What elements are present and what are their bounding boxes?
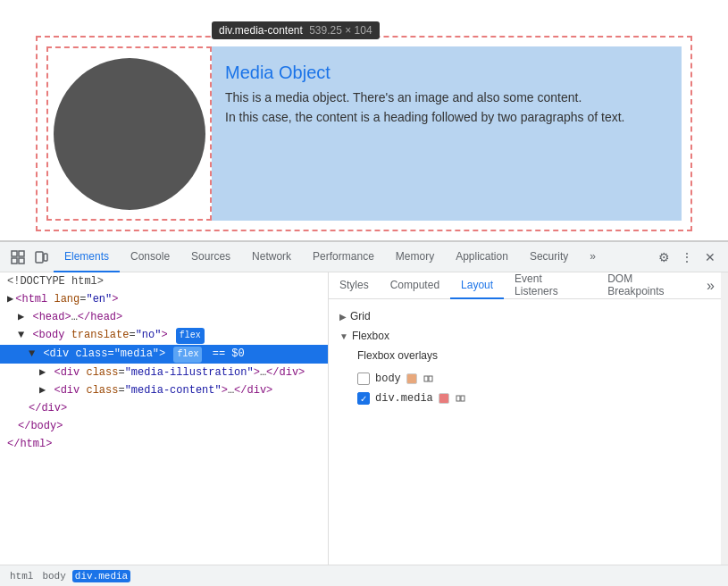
- flex-badge-media: flex: [173, 347, 202, 363]
- circle-image: [54, 58, 205, 210]
- flexbox-section-title: Flexbox: [352, 330, 389, 342]
- svg-rect-4: [36, 252, 43, 263]
- svg-rect-0: [12, 251, 17, 256]
- html-line-div-media[interactable]: ▼ <div class="media"> flex == $0: [0, 345, 328, 364]
- flexbox-arrow-icon: ▼: [339, 331, 348, 341]
- tag-body: <body: [32, 329, 64, 341]
- tab-elements[interactable]: Elements: [54, 242, 120, 272]
- svg-rect-1: [19, 251, 24, 256]
- body-overlay-icon-btn[interactable]: [423, 372, 437, 386]
- attr-translate-value: "no": [136, 329, 162, 341]
- tab-performance[interactable]: Performance: [302, 242, 385, 272]
- tag-div-cnt: <div: [54, 384, 79, 397]
- div-media-overlay-checkbox[interactable]: [357, 392, 370, 405]
- close-devtools-button[interactable]: ✕: [699, 247, 721, 268]
- elements-panel: <!DOCTYPE html> ▶<html lang="en"> ▶ <hea…: [0, 272, 329, 565]
- html-line-content[interactable]: ▶ <div class="media-content">…</div>: [0, 381, 328, 399]
- arrow-icon: ▼: [18, 329, 24, 341]
- div-media-overlay-icon-btn[interactable]: [455, 391, 469, 406]
- tab-more[interactable]: »: [579, 242, 607, 272]
- tag-head-close: </head>: [78, 311, 122, 323]
- tag-body-gt: >: [161, 329, 167, 341]
- element-tooltip: div.media-content 539.25 × 104: [212, 21, 380, 39]
- tag-html: <html: [15, 293, 47, 306]
- toolbar-right: ⚙ ⋮ ✕: [653, 247, 721, 268]
- tag-gt2: >: [222, 384, 228, 397]
- tab-security[interactable]: Security: [519, 242, 579, 272]
- svg-rect-5: [44, 254, 47, 261]
- svg-rect-6: [424, 376, 428, 381]
- tag-html-close: >: [112, 293, 118, 306]
- styles-panel: Styles Computed Layout Event Listeners D…: [329, 272, 721, 565]
- arrow-icon: ▼: [29, 347, 35, 360]
- devtools-tabs: Elements Console Sources Network Perform…: [54, 242, 607, 272]
- div-media-color-swatch[interactable]: [439, 393, 449, 404]
- head-ellipsis: …: [71, 311, 78, 323]
- flexbox-overlays-section: Flexbox overlays body: [336, 346, 714, 415]
- media-heading: Media Object: [225, 63, 668, 83]
- doctype-text: <!DOCTYPE html>: [7, 275, 104, 288]
- devtools-scrollbar[interactable]: [721, 272, 728, 565]
- tab-sources[interactable]: Sources: [180, 242, 241, 272]
- devtools-body: <!DOCTYPE html> ▶<html lang="en"> ▶ <hea…: [0, 272, 728, 565]
- secondary-tabs: Styles Computed Layout Event Listeners D…: [329, 272, 721, 299]
- attr-class-ill: class: [86, 366, 118, 379]
- breadcrumb-bar: html body div.media: [0, 565, 728, 586]
- html-line-html[interactable]: ▶<html lang="en">: [0, 290, 328, 308]
- breadcrumb-div-media[interactable]: div.media: [72, 570, 130, 582]
- tab-application[interactable]: Application: [445, 242, 519, 272]
- grid-section-title: Grid: [350, 310, 371, 322]
- tooltip-size: 539.25 × 104: [309, 24, 372, 37]
- tag-html-close2: </html>: [7, 438, 52, 450]
- equals-sign: == $0: [205, 347, 244, 360]
- tab-styles[interactable]: Styles: [329, 272, 380, 299]
- tab-event-listeners[interactable]: Event Listeners: [504, 272, 597, 299]
- tab-dom-breakpoints[interactable]: DOM Breakpoints: [597, 272, 700, 299]
- inspect-element-button[interactable]: [7, 247, 29, 268]
- tab-memory[interactable]: Memory: [385, 242, 445, 272]
- overlay-row-div-media: div.media: [343, 389, 707, 408]
- arrow-icon: ▶: [7, 293, 13, 306]
- html-line-html-close: </html>: [0, 435, 328, 453]
- devtools-toolbar: Elements Console Sources Network Perform…: [0, 242, 728, 272]
- body-color-swatch[interactable]: [406, 373, 417, 384]
- tag-gt: >: [254, 366, 260, 379]
- media-text-1: This is a media object. There's an image…: [225, 90, 668, 105]
- svg-rect-2: [12, 258, 17, 264]
- breadcrumb-body[interactable]: body: [39, 570, 68, 582]
- tag-body-close: </body>: [18, 420, 63, 432]
- flex-badge-body: flex: [176, 328, 205, 344]
- tag-div-gt: >: [159, 347, 165, 360]
- tab-layout[interactable]: Layout: [450, 272, 504, 299]
- tab-computed[interactable]: Computed: [380, 272, 450, 299]
- body-overlay-checkbox[interactable]: [357, 373, 370, 385]
- attr-translate: translate: [71, 329, 130, 341]
- media-object-container: div.media-content 539.25 × 104 Media Obj…: [36, 36, 692, 231]
- settings-button[interactable]: ⚙: [653, 247, 674, 268]
- html-line-body[interactable]: ▼ <body translate="no"> flex: [0, 326, 328, 345]
- more-options-button[interactable]: ⋮: [676, 247, 698, 268]
- secondary-more-button[interactable]: »: [700, 272, 721, 299]
- tab-network[interactable]: Network: [241, 242, 302, 272]
- breadcrumb-html[interactable]: html: [7, 570, 36, 582]
- flexbox-overlays-title: Flexbox overlays: [343, 349, 707, 362]
- flexbox-section-header[interactable]: ▼ Flexbox: [336, 326, 714, 346]
- tag-close-cnt: </div>: [234, 384, 272, 397]
- html-line-doctype: <!DOCTYPE html>: [0, 272, 328, 290]
- html-line-body-close: </body>: [0, 417, 328, 435]
- html-line-illustration[interactable]: ▶ <div class="media-illustration">…</div…: [0, 364, 328, 381]
- html-line-div-close: </div>: [0, 399, 328, 417]
- body-overlay-label: body: [375, 373, 401, 385]
- grid-arrow-icon: ▶: [339, 312, 347, 322]
- attr-lang-value: "en": [86, 293, 112, 306]
- arrow-icon: ▶: [39, 384, 46, 397]
- device-toolbar-button[interactable]: [30, 247, 52, 268]
- attr-class-ill-val: "media-illustration": [125, 366, 254, 379]
- tag-div: <div: [43, 347, 69, 360]
- tab-console[interactable]: Console: [120, 242, 180, 272]
- tag-close-ill: </div>: [266, 366, 305, 379]
- grid-section-header[interactable]: ▶ Grid: [336, 306, 714, 326]
- html-line-head[interactable]: ▶ <head>…</head>: [0, 308, 328, 326]
- svg-rect-9: [461, 396, 464, 401]
- media-illustration: [46, 46, 212, 221]
